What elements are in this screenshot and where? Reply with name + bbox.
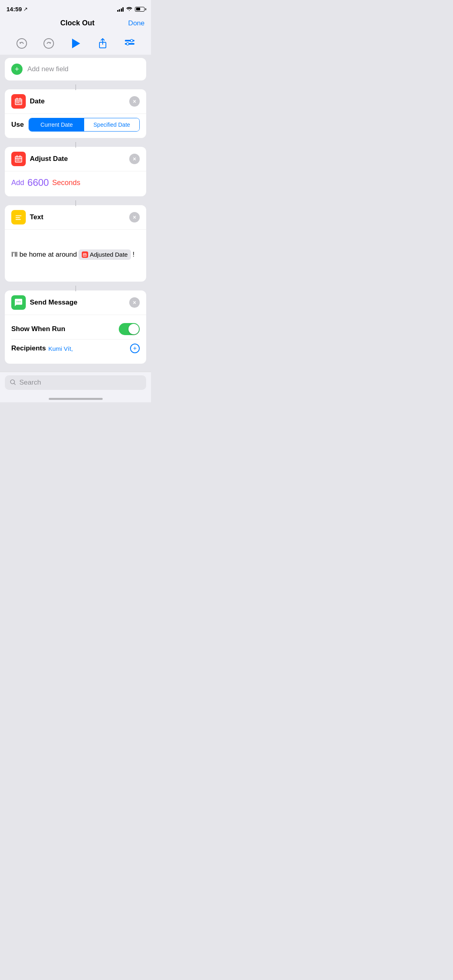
svg-rect-14 xyxy=(20,98,21,100)
adjusted-date-badge[interactable]: Adjusted Date xyxy=(79,249,131,260)
svg-rect-27 xyxy=(16,219,21,220)
svg-rect-15 xyxy=(15,101,22,101)
settings-button[interactable] xyxy=(122,36,137,51)
svg-rect-20 xyxy=(17,155,17,158)
home-bar xyxy=(49,398,103,400)
add-field-row[interactable]: + Add new field xyxy=(5,58,146,80)
wifi-icon xyxy=(126,6,132,12)
recipients-row: Recipients Kumi Vít, + xyxy=(11,340,140,357)
date-segmented-control[interactable]: Current Date Specified Date xyxy=(29,118,140,132)
status-bar: 14:59 ↗ xyxy=(0,0,151,16)
battery-icon xyxy=(135,7,145,12)
add-field-label: Add new field xyxy=(27,65,68,73)
nav-bar: Clock Out Done xyxy=(0,16,151,32)
adjust-row: Add 6600 Seconds xyxy=(11,175,140,190)
signal-bars xyxy=(117,7,124,12)
text-prefix: I'll be home at around xyxy=(11,249,77,260)
svg-rect-21 xyxy=(20,155,21,158)
page-title: Clock Out xyxy=(60,19,95,27)
date-control-row: Use Current Date Specified Date xyxy=(11,118,140,132)
text-card-title: Text xyxy=(30,213,125,221)
svg-rect-31 xyxy=(85,253,86,254)
share-button[interactable] xyxy=(95,36,110,51)
svg-rect-25 xyxy=(16,215,22,216)
done-button[interactable]: Done xyxy=(128,19,145,27)
date-card: Date × Use Current Date Specified Date xyxy=(5,89,146,138)
add-field-card: + Add new field xyxy=(5,58,146,80)
date-card-close[interactable]: × xyxy=(129,96,140,107)
use-label: Use xyxy=(11,121,24,129)
date-card-body: Use Current Date Specified Date xyxy=(5,113,146,138)
svg-rect-23 xyxy=(17,160,17,161)
svg-rect-13 xyxy=(17,98,17,100)
text-icon xyxy=(11,210,26,224)
add-circle-icon: + xyxy=(11,64,23,75)
date-card-header: Date × xyxy=(5,89,146,113)
specified-date-option[interactable]: Specified Date xyxy=(84,118,139,131)
svg-point-10 xyxy=(126,43,129,45)
svg-point-33 xyxy=(17,301,17,302)
svg-point-2 xyxy=(44,39,54,48)
badge-icon xyxy=(82,251,88,258)
svg-rect-26 xyxy=(16,217,20,218)
recipients-label: Recipients xyxy=(11,344,46,352)
send-message-icon xyxy=(11,295,26,310)
search-placeholder: Search xyxy=(19,379,41,387)
svg-rect-30 xyxy=(84,253,85,254)
add-recipient-button[interactable]: + xyxy=(130,344,140,353)
svg-rect-24 xyxy=(18,160,19,161)
recipient-name[interactable]: Kumi Vít, xyxy=(48,345,73,352)
home-indicator xyxy=(0,395,151,402)
svg-rect-17 xyxy=(18,102,19,103)
svg-point-9 xyxy=(130,39,133,42)
adjust-date-body: Add 6600 Seconds xyxy=(5,171,146,196)
current-date-option[interactable]: Current Date xyxy=(29,118,84,131)
main-content: + Add new field Date × xyxy=(0,55,151,372)
adjust-date-title: Adjust Date xyxy=(30,155,125,163)
adjust-date-card: Adjust Date × Add 6600 Seconds xyxy=(5,147,146,196)
play-button[interactable] xyxy=(68,36,83,51)
show-when-run-label: Show When Run xyxy=(11,325,65,333)
redo-button[interactable] xyxy=(41,36,56,51)
text-card-body[interactable]: I'll be home at around Adjusted Date ! xyxy=(5,229,146,282)
badge-text: Adjusted Date xyxy=(90,250,128,259)
text-suffix: ! xyxy=(132,249,134,260)
search-bar[interactable]: Search xyxy=(5,375,146,390)
play-icon xyxy=(72,39,80,48)
undo-button[interactable] xyxy=(14,36,29,51)
show-when-run-row: Show When Run xyxy=(11,319,140,340)
svg-rect-11 xyxy=(15,99,22,105)
show-when-run-toggle[interactable] xyxy=(119,323,140,335)
search-bar-container: Search xyxy=(0,372,151,395)
text-card: Text × I'll be home at around xyxy=(5,205,146,282)
svg-point-35 xyxy=(20,301,21,302)
text-card-header: Text × xyxy=(5,205,146,229)
search-icon xyxy=(10,379,16,387)
text-content: I'll be home at around Adjusted Date ! xyxy=(11,234,140,274)
send-message-title: Send Message xyxy=(30,299,125,307)
svg-point-0 xyxy=(17,39,27,48)
svg-rect-22 xyxy=(15,158,22,159)
date-card-title: Date xyxy=(30,97,125,105)
adjust-unit[interactable]: Seconds xyxy=(52,179,80,187)
send-message-body: Show When Run Recipients Kumi Vít, + xyxy=(5,315,146,364)
text-card-close[interactable]: × xyxy=(129,212,140,222)
svg-point-34 xyxy=(18,301,19,302)
svg-rect-28 xyxy=(83,253,87,256)
send-message-close[interactable]: × xyxy=(129,297,140,308)
send-message-header: Send Message × xyxy=(5,290,146,315)
toolbar xyxy=(0,32,151,55)
svg-rect-32 xyxy=(83,254,87,255)
status-icons xyxy=(117,6,145,12)
svg-rect-18 xyxy=(15,156,22,163)
adjust-add-label: Add xyxy=(11,179,24,187)
adjust-date-header: Adjust Date × xyxy=(5,147,146,171)
date-icon xyxy=(11,94,26,109)
adjust-date-close[interactable]: × xyxy=(129,154,140,164)
location-icon: ↗ xyxy=(23,6,28,12)
adjust-value[interactable]: 6600 xyxy=(27,177,49,188)
send-message-card: Send Message × Show When Run Recipients … xyxy=(5,290,146,364)
svg-rect-16 xyxy=(17,102,17,103)
adjust-date-icon xyxy=(11,152,26,166)
status-time: 14:59 xyxy=(6,6,22,12)
